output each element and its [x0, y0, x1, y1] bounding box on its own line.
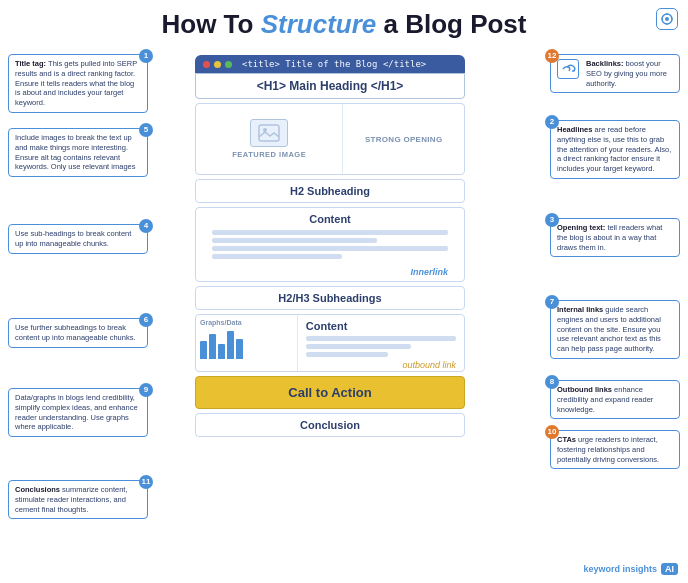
strong-opening-text: STRONG OPENING [365, 135, 443, 144]
dot-yellow [214, 61, 221, 68]
content-right: Content outbound link [298, 315, 464, 371]
h1-text: <H1> Main Heading </H1> [257, 79, 404, 93]
ann4-text: Use sub-headings to break content up int… [15, 229, 131, 248]
ann11-bold: Conclusions [15, 485, 60, 494]
content-line [306, 336, 456, 341]
browser-bar: <title> Title of the Blog </title> [195, 55, 465, 73]
backlinks-icon [557, 59, 579, 79]
ann6-text: Use further subheadings to break content… [15, 323, 136, 342]
bar [209, 334, 216, 359]
ann8-bold: Outbound links [557, 385, 612, 394]
ann5-text: Include images to break the text up and … [15, 133, 135, 171]
badge-1: 1 [139, 49, 153, 63]
content-lines-1 [204, 225, 456, 267]
browser-title: <title> Title of the Blog </title> [242, 59, 426, 69]
dot-red [203, 61, 210, 68]
ann2-bold: Headlines [557, 125, 592, 134]
svg-point-1 [665, 17, 669, 21]
bar [236, 339, 243, 359]
annotation-10: 10 CTAs urge readers to interact, foster… [550, 430, 680, 469]
annotation-8: 8 Outbound links enhance credibility and… [550, 380, 680, 419]
annotation-2: 2 Headlines are read before anything els… [550, 120, 680, 179]
ann12-bold: Backlinks: [586, 59, 624, 68]
image-icon [250, 119, 288, 147]
badge-4: 4 [139, 219, 153, 233]
badge-8: 8 [545, 375, 559, 389]
graphs-label: Graphs/Data [200, 319, 293, 326]
content-line [212, 238, 377, 243]
outbound-link-text: outbound link [306, 360, 456, 370]
ann7-bold: Internal links [557, 305, 603, 314]
h2-subheading-text: H2 Subheading [290, 185, 370, 197]
graphs-area: Graphs/Data [196, 315, 298, 371]
h2-subheading-block: H2 Subheading [195, 179, 465, 203]
strong-opening-area: STRONG OPENING [343, 104, 464, 174]
featured-img-area: FEATURED IMAGE [196, 104, 343, 174]
page-title: How To Structure a Blog Post [162, 9, 527, 39]
h2h3-block: H2/H3 Subheadings [195, 286, 465, 310]
badge-12: 12 [545, 49, 559, 63]
content2-label: Content [306, 320, 456, 332]
content-block-1: Content Innerlink [195, 207, 465, 282]
ann3-bold: Opening text: [557, 223, 605, 232]
annotation-6: 6 Use further subheadings to break conte… [8, 318, 148, 348]
logo-badge: AI [661, 563, 678, 575]
content-line [212, 254, 342, 259]
dot-green [225, 61, 232, 68]
bar [227, 331, 234, 359]
h1-block: <H1> Main Heading </H1> [195, 73, 465, 99]
conclusion-block: Conclusion [195, 413, 465, 437]
cta-text: Call to Action [288, 385, 371, 400]
cta-block: Call to Action [195, 376, 465, 409]
badge-2: 2 [545, 115, 559, 129]
content-line [306, 352, 389, 357]
title-italic: Structure [261, 9, 377, 39]
annotation-1: 1 Title tag: This gets pulled into SERP … [8, 54, 148, 113]
annotation-9: 9 Data/graphs in blogs lend credibility,… [8, 388, 148, 437]
logo: keyword insights AI [583, 563, 678, 575]
conclusion-text: Conclusion [300, 419, 360, 431]
badge-3: 3 [545, 213, 559, 227]
annotation-12: 12 Backlinks: boost your SEO by giving y… [550, 54, 680, 93]
annotation-5: 5 Include images to break the text up an… [8, 128, 148, 177]
ann1-bold: Title tag: [15, 59, 46, 68]
badge-7: 7 [545, 295, 559, 309]
annotation-7: 7 Internal links guide search engines an… [550, 300, 680, 359]
badge-10: 10 [545, 425, 559, 439]
logo-text: keyword insights [583, 564, 657, 574]
annotation-3: 3 Opening text: tell readers what the bl… [550, 218, 680, 257]
blog-diagram: <title> Title of the Blog </title> <H1> … [195, 55, 465, 441]
badge-6: 6 [139, 313, 153, 327]
main-container: How To Structure a Blog Post <title> Tit… [0, 0, 688, 583]
title-part1: How To [162, 9, 261, 39]
bar [218, 344, 225, 359]
h2h3-text: H2/H3 Subheadings [278, 292, 381, 304]
featured-label: FEATURED IMAGE [232, 150, 306, 159]
badge-9: 9 [139, 383, 153, 397]
bar-chart [200, 329, 293, 359]
content1-label: Content [204, 213, 456, 225]
badge-5: 5 [139, 123, 153, 137]
annotation-11: 11 Conclusions summarize content, stimul… [8, 480, 148, 519]
content-line [212, 230, 448, 235]
content-line [306, 344, 411, 349]
title-part2: a Blog Post [376, 9, 526, 39]
svg-rect-6 [259, 125, 279, 141]
annotation-4: 4 Use sub-headings to break content up i… [8, 224, 148, 254]
featured-block: FEATURED IMAGE STRONG OPENING [195, 103, 465, 175]
graphs-block: Graphs/Data Content outbound link [195, 314, 465, 372]
ai-icon [656, 8, 678, 30]
badge-11: 11 [139, 475, 153, 489]
ann9-text: Data/graphs in blogs lend credibility, s… [15, 393, 138, 431]
ann10-bold: CTAs [557, 435, 576, 444]
innerlink-text: Innerlink [204, 267, 456, 281]
bar [200, 341, 207, 359]
content-line [212, 246, 448, 251]
